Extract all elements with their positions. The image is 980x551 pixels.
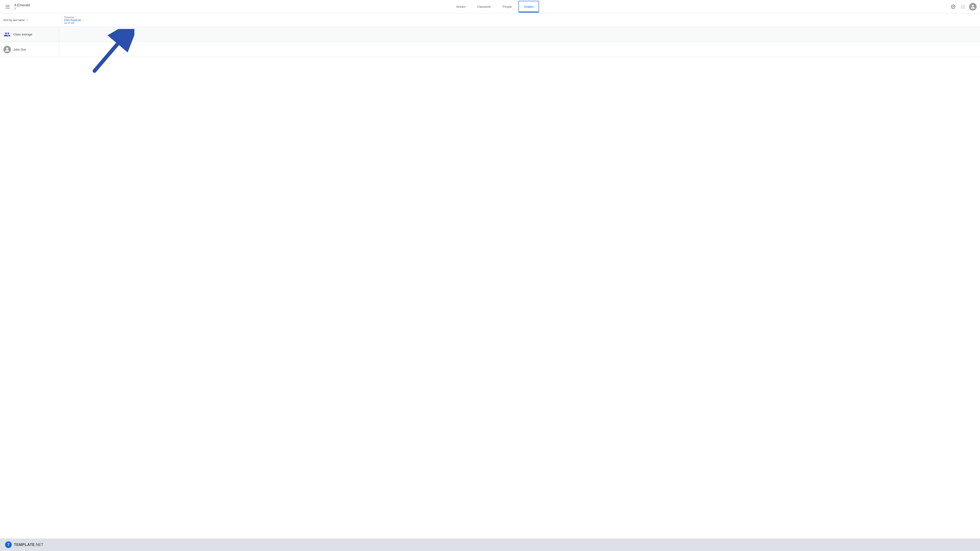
tab-people[interactable]: People [498, 0, 517, 13]
svg-point-5 [963, 6, 964, 7]
svg-point-9 [964, 8, 965, 8]
settings-button[interactable] [949, 3, 957, 11]
svg-point-3 [964, 5, 965, 6]
svg-point-1 [961, 5, 962, 6]
student-cell-john-doe: John Doe [0, 46, 59, 53]
class-average-grade-cell [59, 27, 84, 42]
class-average-row: Class average [0, 27, 980, 42]
footer-logo: T [5, 541, 12, 548]
sort-by-last-name[interactable]: Sort by last name [3, 18, 62, 22]
footer-brand-template: TEMPLATE [14, 543, 35, 547]
gear-icon [951, 5, 955, 9]
header-left: 4-Emerald 3 [3, 3, 41, 11]
assignment-due-label: Tomorrow [64, 16, 86, 19]
avatar-icon [970, 5, 975, 9]
footer-brand-net: .NET [35, 543, 43, 547]
annotation-overlay [0, 27, 980, 538]
class-number: 3 [14, 7, 30, 10]
svg-point-2 [963, 5, 964, 6]
group-icon [4, 31, 11, 38]
svg-point-0 [953, 6, 954, 7]
class-average-icon [3, 31, 11, 38]
grades-tab-wrapper: Grades [519, 1, 539, 13]
apps-button[interactable] [959, 3, 967, 11]
class-info: 4-Emerald 3 [14, 3, 30, 10]
student-row-john-doe: John Doe [0, 42, 980, 57]
student-avatar-john-doe [3, 46, 11, 53]
user-avatar[interactable] [969, 3, 977, 11]
svg-point-8 [963, 8, 964, 8]
tab-classwork[interactable]: Classwork [472, 0, 496, 13]
sort-header-row: Sort by last name Tomorrow DNA Replicati… [0, 13, 980, 27]
tab-grades[interactable]: Grades [519, 1, 539, 12]
class-average-name: Class average [13, 33, 32, 36]
nav-tabs: Stream Classwork People Grades [41, 0, 949, 13]
class-name: 4-Emerald [14, 3, 30, 7]
header-right [949, 3, 977, 11]
svg-point-4 [961, 6, 962, 7]
assignment-column-header[interactable]: Tomorrow DNA Replicati... out of 100 [62, 16, 88, 24]
hamburger-menu-button[interactable] [3, 3, 12, 11]
sort-label: Sort by last name [3, 19, 25, 22]
sort-dropdown-arrow [25, 18, 29, 22]
assignment-title: DNA Replicati... [64, 19, 86, 22]
svg-point-6 [964, 6, 965, 7]
apps-icon [961, 5, 966, 9]
footer: T TEMPLATE .NET [0, 538, 980, 551]
student-name-john-doe: John Doe [13, 48, 26, 51]
app-header: 4-Emerald 3 Stream Classwork People Grad… [0, 0, 980, 13]
class-average-cell: Class average [0, 31, 59, 38]
student-person-icon [5, 47, 10, 52]
footer-brand: TEMPLATE .NET [14, 543, 43, 547]
assignment-points-label: out of 100 [64, 22, 86, 24]
student-grade-cell-john-doe [59, 42, 84, 57]
main-content: Sort by last name Tomorrow DNA Replicati… [0, 13, 980, 538]
svg-point-7 [961, 8, 962, 8]
tab-stream[interactable]: Stream [451, 0, 471, 13]
